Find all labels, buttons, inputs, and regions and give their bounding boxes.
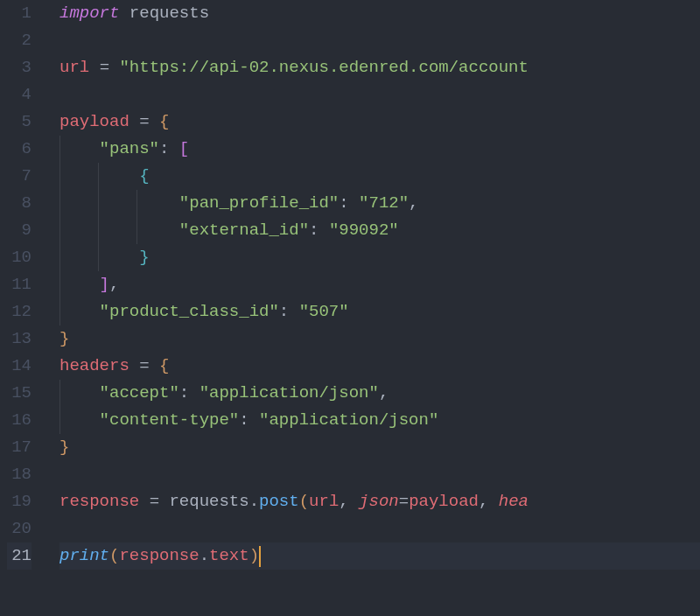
code-token: = bbox=[399, 492, 409, 511]
line-number: 12 bbox=[7, 298, 32, 326]
line-number: 15 bbox=[7, 380, 32, 407]
code-token: "product_class_id" bbox=[100, 302, 279, 321]
code-token: : bbox=[179, 383, 189, 402]
indent-guide bbox=[60, 380, 60, 407]
code-token: json bbox=[359, 492, 399, 511]
code-line[interactable]: "product_class_id": "507" bbox=[60, 298, 700, 326]
code-line[interactable]: { bbox=[60, 163, 700, 190]
code-token: } bbox=[60, 329, 69, 348]
line-number: 3 bbox=[7, 54, 32, 81]
code-token: : bbox=[339, 193, 348, 213]
code-token: payload bbox=[60, 112, 130, 131]
indent-guide bbox=[98, 163, 99, 190]
code-line[interactable]: "pans": [ bbox=[60, 136, 700, 163]
code-token: url bbox=[309, 492, 339, 511]
code-line[interactable]: headers = { bbox=[60, 353, 700, 380]
code-token: : bbox=[279, 302, 289, 321]
line-number: 7 bbox=[7, 163, 32, 190]
code-token: response bbox=[119, 546, 199, 565]
code-editor[interactable]: 123456789101112131415161718192021 import… bbox=[0, 0, 700, 616]
code-line[interactable]: } bbox=[60, 326, 700, 353]
code-token: { bbox=[159, 356, 169, 375]
line-number: 11 bbox=[7, 271, 32, 298]
code-token: , bbox=[339, 492, 348, 511]
code-token: { bbox=[139, 166, 149, 186]
code-token: "application/json" bbox=[200, 383, 379, 402]
line-number: 5 bbox=[7, 108, 32, 136]
code-token: , bbox=[109, 275, 119, 294]
code-line[interactable] bbox=[60, 81, 700, 108]
code-token bbox=[249, 410, 259, 430]
indent-guide bbox=[60, 298, 60, 326]
line-number-gutter: 123456789101112131415161718192021 bbox=[0, 0, 44, 616]
code-line[interactable] bbox=[60, 27, 700, 54]
code-token bbox=[189, 383, 199, 402]
indent-guide bbox=[60, 244, 60, 271]
indent-guide bbox=[60, 190, 60, 217]
code-token bbox=[60, 248, 139, 267]
code-token bbox=[60, 302, 100, 321]
line-number: 21 bbox=[7, 542, 32, 570]
code-token: : bbox=[239, 410, 248, 430]
line-number: 19 bbox=[7, 488, 32, 515]
code-token: "pan_profile_id" bbox=[179, 193, 339, 213]
code-area[interactable]: import requestsurl = "https://api-02.nex… bbox=[44, 0, 700, 616]
code-token: , bbox=[409, 193, 418, 213]
code-token: , bbox=[379, 383, 388, 402]
code-token: = bbox=[139, 356, 149, 375]
code-token bbox=[488, 492, 498, 511]
code-line[interactable]: "external_id": "99092" bbox=[60, 217, 700, 244]
line-number: 4 bbox=[7, 81, 32, 108]
code-token: , bbox=[479, 492, 488, 511]
code-token bbox=[60, 410, 100, 430]
code-line[interactable]: ], bbox=[60, 271, 700, 298]
code-token: "pans" bbox=[100, 139, 159, 158]
code-token: = bbox=[150, 492, 159, 511]
code-token: "712" bbox=[359, 193, 409, 213]
code-token: "99092" bbox=[329, 220, 399, 240]
code-line[interactable]: import requests bbox=[60, 0, 700, 27]
code-token: print bbox=[60, 546, 109, 565]
code-line[interactable]: "pan_profile_id": "712", bbox=[60, 190, 700, 217]
code-token: . bbox=[249, 492, 259, 511]
code-line[interactable]: "content-type": "application/json" bbox=[60, 407, 700, 434]
code-token: = bbox=[139, 112, 149, 131]
code-token: } bbox=[60, 438, 69, 457]
indent-guide bbox=[98, 217, 99, 244]
text-cursor bbox=[259, 546, 261, 567]
code-token: : bbox=[159, 139, 169, 158]
code-token: payload bbox=[409, 492, 479, 511]
code-line[interactable]: } bbox=[60, 244, 700, 271]
code-token: } bbox=[139, 248, 149, 267]
line-number: 9 bbox=[7, 217, 32, 244]
code-token: "application/json" bbox=[259, 410, 438, 430]
indent-guide bbox=[60, 136, 60, 163]
code-line[interactable] bbox=[60, 515, 700, 542]
code-token: . bbox=[200, 546, 209, 565]
code-token bbox=[89, 58, 99, 77]
code-token: post bbox=[259, 492, 299, 511]
indent-guide bbox=[60, 217, 60, 244]
code-line[interactable] bbox=[60, 461, 700, 488]
code-line[interactable]: response = requests.post(url, json=paylo… bbox=[60, 488, 700, 515]
indent-guide bbox=[98, 244, 99, 271]
code-token bbox=[109, 58, 119, 77]
code-line[interactable]: print(response.text) bbox=[60, 542, 700, 570]
code-token: "content-type" bbox=[100, 410, 240, 430]
code-line[interactable]: payload = { bbox=[60, 108, 700, 136]
code-token bbox=[60, 166, 139, 186]
code-token: import bbox=[60, 4, 119, 23]
code-line[interactable]: "accept": "application/json", bbox=[60, 380, 700, 407]
code-line[interactable]: url = "https://api-02.nexus.edenred.com/… bbox=[60, 54, 700, 81]
line-number: 17 bbox=[7, 434, 32, 461]
code-token: requests bbox=[130, 4, 209, 23]
code-token bbox=[60, 193, 179, 213]
line-number: 16 bbox=[7, 407, 32, 434]
code-line[interactable]: } bbox=[60, 434, 700, 461]
indent-guide bbox=[136, 217, 137, 244]
code-token bbox=[169, 139, 178, 158]
code-token: "external_id" bbox=[179, 220, 309, 240]
line-number: 14 bbox=[7, 353, 32, 380]
line-number: 6 bbox=[7, 136, 32, 163]
code-token: headers bbox=[60, 356, 130, 375]
